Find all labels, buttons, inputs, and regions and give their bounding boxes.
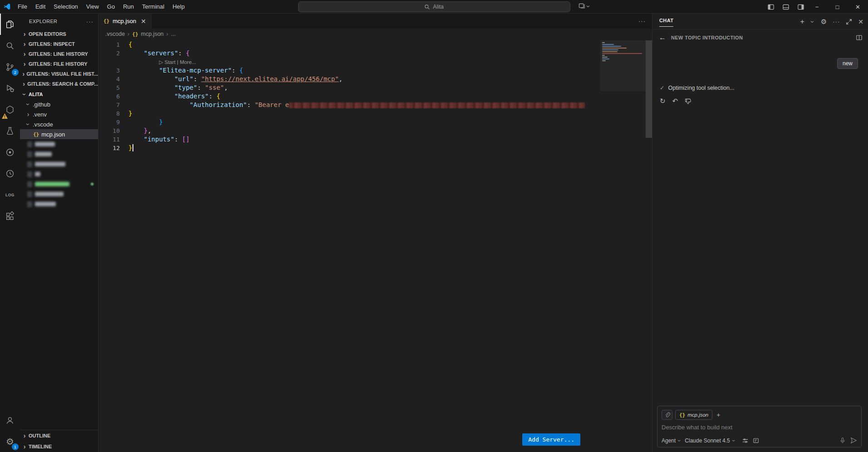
redacted-file[interactable] bbox=[20, 159, 98, 169]
activity-settings[interactable]: ⚙ 1 bbox=[0, 431, 20, 452]
attach-context-button[interactable] bbox=[662, 410, 672, 420]
chevron-right-icon: › bbox=[22, 72, 25, 76]
code-editor[interactable]: 1{2 "servers": { ▷ Start | More...3 "Eli… bbox=[98, 39, 652, 452]
tools-icon[interactable] bbox=[742, 437, 749, 444]
activity-account[interactable] bbox=[0, 409, 20, 431]
section-gitlens-search-compare[interactable]: ›GITLENS: SEARCH & COMP... bbox=[20, 79, 98, 89]
open-in-editor-icon[interactable] bbox=[856, 34, 863, 41]
activity-gitlens[interactable] bbox=[0, 141, 20, 163]
explorer-sidebar: EXPLORER ··· ›OPEN EDITORS ›GITLENS: INS… bbox=[20, 14, 98, 452]
add-context-icon[interactable]: + bbox=[715, 411, 721, 418]
workspace-alita[interactable]: ›ALITA bbox=[20, 89, 98, 99]
folder-vscode[interactable]: ›.vscode bbox=[20, 119, 98, 129]
back-arrow-icon[interactable]: ← bbox=[659, 34, 666, 42]
menu-help[interactable]: Help bbox=[168, 0, 189, 14]
model-picker[interactable]: Claude Sonnet 4.5 › bbox=[685, 437, 736, 444]
activity-testing[interactable] bbox=[0, 120, 20, 141]
sidebar-bottom-sections: ›OUTLINE ›TIMELINE bbox=[20, 430, 98, 452]
redacted-file[interactable] bbox=[20, 189, 98, 199]
breadcrumb-vscode[interactable]: .vscode bbox=[105, 31, 125, 37]
regenerate-icon[interactable]: ↻ bbox=[660, 97, 666, 105]
breadcrumb-file[interactable]: mcp.json bbox=[141, 31, 164, 37]
close-tab-icon[interactable]: ✕ bbox=[141, 18, 146, 25]
account-icon bbox=[5, 415, 15, 425]
chat-panel: CHAT + › ⚙ ··· ✕ ← NEW TOPIC INTRODUCTIO… bbox=[652, 14, 868, 452]
chevron-right-icon: › bbox=[22, 32, 27, 36]
activity-run-debug[interactable] bbox=[0, 78, 20, 99]
text-cursor bbox=[132, 144, 133, 151]
maximize-icon[interactable]: □ bbox=[827, 0, 848, 14]
undo-icon[interactable]: ↶ bbox=[672, 97, 678, 105]
minimap[interactable] bbox=[600, 40, 646, 91]
redacted-file[interactable] bbox=[20, 139, 98, 149]
section-open-editors[interactable]: ›OPEN EDITORS bbox=[20, 29, 98, 39]
files-icon bbox=[5, 19, 15, 29]
folder-github[interactable]: ›.github bbox=[20, 99, 98, 109]
more-actions-icon[interactable]: ··· bbox=[86, 18, 93, 25]
toggle-primary-sidebar-icon[interactable] bbox=[767, 4, 775, 10]
chat-input-placeholder[interactable]: Describe what to build next bbox=[662, 424, 857, 431]
close-window-icon[interactable]: ✕ bbox=[848, 0, 868, 14]
toggle-secondary-sidebar-icon[interactable] bbox=[797, 4, 804, 10]
new-chat-icon[interactable]: + bbox=[800, 18, 804, 26]
activity-extensions[interactable] bbox=[0, 205, 20, 227]
activity-bar: 2 bbox=[0, 14, 20, 452]
expand-chat-icon[interactable] bbox=[846, 19, 852, 25]
menu-run[interactable]: Run bbox=[119, 0, 138, 14]
codelens-line[interactable]: ▷ Start | More... bbox=[98, 58, 652, 66]
file-mcp-json[interactable]: {}mcp.json bbox=[20, 129, 98, 139]
activity-alita-extension[interactable] bbox=[0, 99, 20, 120]
toggle-panel-icon[interactable] bbox=[782, 4, 790, 10]
activity-source-control[interactable]: 2 bbox=[0, 56, 20, 78]
activity-search[interactable] bbox=[0, 35, 20, 56]
context-file-chip[interactable]: {} mcp.json bbox=[675, 410, 712, 420]
redacted-file[interactable] bbox=[20, 149, 98, 159]
code-line: 10 }, bbox=[98, 126, 652, 135]
section-gitlens-visual-file-history[interactable]: ›GITLENS: VISUAL FILE HIST... bbox=[20, 69, 98, 79]
section-timeline[interactable]: ›TIMELINE bbox=[20, 441, 98, 452]
redacted-file[interactable] bbox=[20, 179, 98, 189]
customize-layout-dropdown[interactable]: › bbox=[579, 3, 591, 10]
mode-picker[interactable]: Agent › bbox=[662, 437, 682, 444]
folder-venv[interactable]: ›.venv bbox=[20, 109, 98, 119]
menu-terminal[interactable]: Terminal bbox=[138, 0, 168, 14]
chat-input-container[interactable]: {} mcp.json + Describe what to build nex… bbox=[657, 406, 862, 447]
edit-session-icon[interactable] bbox=[753, 437, 760, 444]
more-actions-icon[interactable]: ··· bbox=[833, 18, 840, 25]
chevron-right-icon: › bbox=[22, 82, 25, 86]
section-gitlens-file-history[interactable]: ›GITLENS: FILE HISTORY bbox=[20, 59, 98, 69]
minimize-icon[interactable]: − bbox=[807, 0, 827, 14]
chevron-down-icon[interactable]: › bbox=[810, 19, 815, 24]
send-icon[interactable] bbox=[850, 437, 857, 444]
mic-icon[interactable] bbox=[839, 437, 846, 444]
thumbs-down-icon[interactable] bbox=[685, 98, 691, 105]
close-panel-icon[interactable]: ✕ bbox=[858, 18, 863, 25]
breadcrumb-symbol[interactable]: ... bbox=[171, 31, 176, 37]
menu-go[interactable]: Go bbox=[103, 0, 119, 14]
chat-settings-gear-icon[interactable]: ⚙ bbox=[821, 18, 827, 26]
command-center-search[interactable]: Alita bbox=[298, 1, 570, 12]
check-icon: ✓ bbox=[660, 84, 664, 91]
chat-panel-title[interactable]: CHAT bbox=[659, 18, 673, 27]
code-line: 12} bbox=[98, 144, 652, 152]
new-suggestion-chip[interactable]: new bbox=[837, 58, 858, 69]
activity-history[interactable] bbox=[0, 163, 20, 184]
menu-selection[interactable]: Selection bbox=[49, 0, 82, 14]
menu-file[interactable]: File bbox=[14, 0, 31, 14]
tab-mcp-json[interactable]: {} mcp.json ✕ bbox=[98, 14, 152, 29]
search-icon bbox=[424, 4, 430, 10]
section-gitlens-inspect[interactable]: ›GITLENS: INSPECT bbox=[20, 39, 98, 49]
activity-log[interactable]: LOG bbox=[0, 184, 20, 205]
redacted-file[interactable] bbox=[20, 169, 98, 179]
warning-icon bbox=[2, 113, 8, 119]
section-gitlens-line-history[interactable]: ›GITLENS: LINE HISTORY bbox=[20, 49, 98, 59]
add-server-button[interactable]: Add Server... bbox=[522, 433, 580, 446]
redacted-file[interactable] bbox=[20, 199, 98, 209]
activity-explorer[interactable] bbox=[0, 14, 20, 35]
menu-edit[interactable]: Edit bbox=[31, 0, 49, 14]
scrollbar-thumb[interactable] bbox=[646, 40, 652, 138]
section-outline[interactable]: ›OUTLINE bbox=[20, 430, 98, 441]
editor-actions-icon[interactable]: ··· bbox=[638, 14, 646, 29]
menu-view[interactable]: View bbox=[82, 0, 103, 14]
chevron-right-icon: › bbox=[22, 444, 27, 449]
